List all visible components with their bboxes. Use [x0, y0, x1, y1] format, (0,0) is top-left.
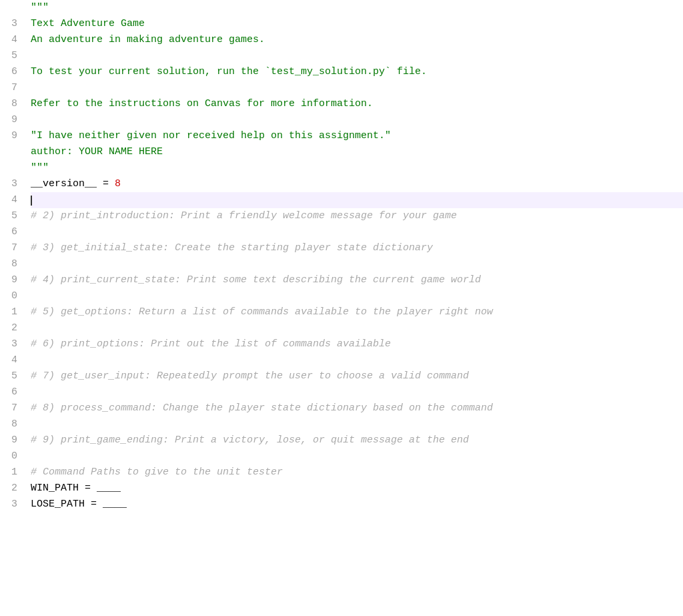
line-numbers: 3 4 5 6 7 8 9 9 3 4 5 6 7 8 9 0 1 2 3 4 …	[0, 0, 24, 616]
code-line: "I have neither given nor received help …	[31, 128, 683, 144]
code-line: # 8) process_command: Change the player …	[31, 400, 683, 416]
code-line	[31, 256, 683, 272]
code-line: """	[31, 160, 683, 176]
instructions-keyword: instructions	[109, 98, 181, 109]
code-line	[31, 112, 683, 128]
code-line: # 5) get_options: Return a list of comma…	[31, 304, 683, 320]
code-editor: 3 4 5 6 7 8 9 9 3 4 5 6 7 8 9 0 1 2 3 4 …	[0, 0, 683, 616]
code-line: # 6) print_options: Print out the list o…	[31, 336, 683, 352]
code-content[interactable]: """ Text Adventure Game An adventure in …	[24, 0, 683, 616]
code-container: 3 4 5 6 7 8 9 9 3 4 5 6 7 8 9 0 1 2 3 4 …	[0, 0, 683, 616]
code-line: # 4) print_current_state: Print some tex…	[31, 272, 683, 288]
code-line: # 2) print_introduction: Print a friendl…	[31, 208, 683, 224]
code-line: author: YOUR NAME HERE	[31, 144, 683, 160]
code-line: """	[31, 0, 683, 16]
code-line	[31, 320, 683, 336]
code-line	[31, 384, 683, 400]
code-line: To test your current solution, run the `…	[31, 64, 683, 80]
code-line	[31, 80, 683, 96]
text-cursor	[31, 196, 32, 206]
code-line: # Command Paths to give to the unit test…	[31, 465, 683, 481]
code-line: An adventure in making adventure games.	[31, 32, 683, 48]
code-line-win-path: WIN_PATH = ____	[31, 481, 683, 497]
code-line	[31, 416, 683, 432]
code-line	[31, 288, 683, 304]
code-line: # 7) get_user_input: Repeatedly prompt t…	[31, 368, 683, 384]
code-line: __version__ = 8	[31, 176, 683, 192]
code-line: Text Adventure Game	[31, 16, 683, 32]
code-line: # 3) get_initial_state: Create the start…	[31, 240, 683, 256]
code-line: Refer to the instructions on Canvas for …	[31, 96, 683, 112]
code-line-lose-path: LOSE_PATH = ____	[31, 497, 683, 513]
code-line	[31, 224, 683, 240]
code-line-cursor[interactable]	[31, 192, 683, 208]
code-line: # 9) print_game_ending: Print a victory,…	[31, 432, 683, 448]
code-line	[31, 48, 683, 64]
code-line	[31, 352, 683, 368]
code-line	[31, 448, 683, 465]
